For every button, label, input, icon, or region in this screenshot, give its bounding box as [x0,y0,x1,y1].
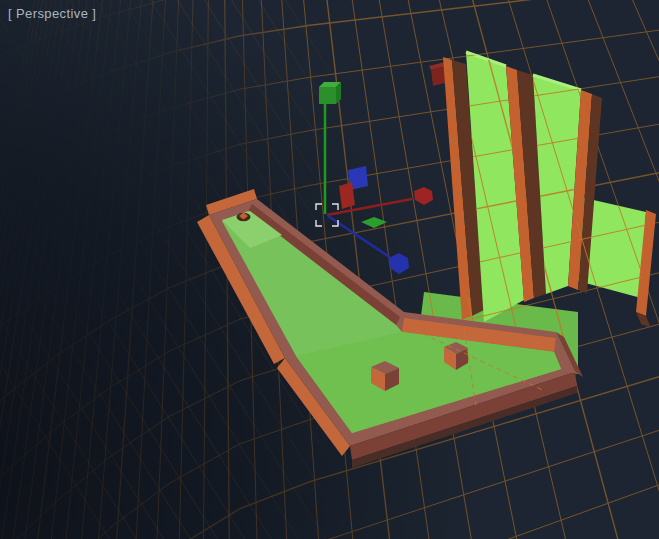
wall-panels[interactable] [443,52,602,322]
gizmo-y-handle[interactable] [319,82,341,104]
viewport-mode-label[interactable]: [ Perspective ] [8,6,96,21]
perspective-viewport[interactable]: [ Perspective ] [0,0,659,539]
